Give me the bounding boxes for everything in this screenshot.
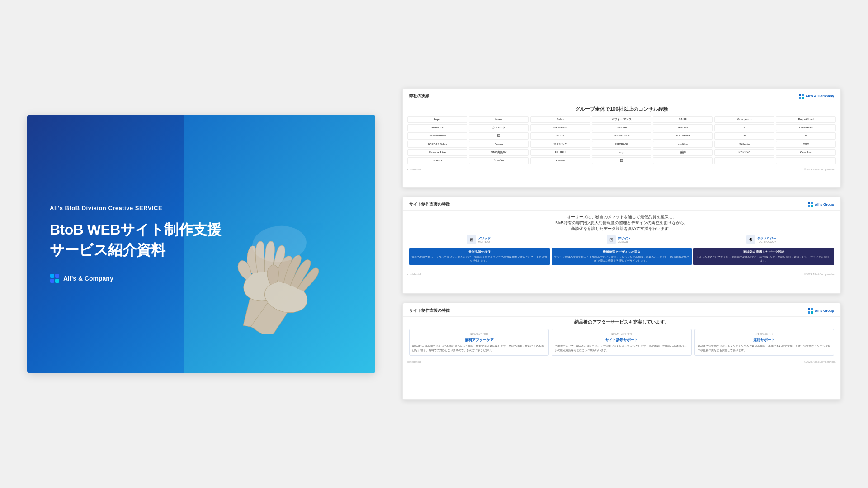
slide1-logo-icon (799, 94, 804, 99)
logo-cell-text: 🔲 (497, 134, 500, 137)
logo-grid: ReprofreeeGalexパフォー マンスSAIRUGoodpatchPro… (403, 114, 840, 167)
logo-cell: Galex (530, 116, 590, 123)
slide2-icons-row: ⊞ メソッド METHOD ⊡ デザイン DESIGN ⚙ テクノロジー TEC… (409, 235, 834, 244)
slide3-section-label: サイト制作支援の特徴 (409, 308, 450, 314)
main-slide-title-line2: サービス紹介資料 (50, 242, 165, 258)
logo-cell-text: FORCAS Sales (428, 143, 447, 146)
logo-cell: ㎡ (714, 124, 774, 131)
slide3-column: ご要望に応じて 運用サポート 納品後の定常的なサポートメンテナンスをご希望の場合… (694, 329, 834, 356)
slide3-col-body: ご要望に応じて、納品3ヶ月目にサイトの定性・定量レポーティングします。その内容、… (555, 344, 688, 352)
logo-cell-text: カ〜マーケ (492, 126, 505, 129)
slide2-card-item: 最低品質の担保 過去の支援で培ったノウハウやメソッドをもとに、支援やクリエイティ… (409, 248, 550, 265)
logo-cell-text: freee (495, 118, 502, 121)
handshake-image-area (184, 115, 376, 373)
logo-cell: KOKUYO (714, 149, 774, 156)
slide2-card-body: ブランド領域の支援で培った最先端のデザイン手法・トレンドなどの知識・経験をベース… (553, 256, 690, 263)
slide1-header: 弊社の実績 All's & Company (403, 89, 840, 102)
slide2-icon-label-group: メソッド METHOD (478, 236, 491, 243)
logo-cell: any. (592, 149, 652, 156)
svg-rect-11 (808, 202, 810, 204)
slide2-footer: confidential ©2024 All's&Company,Inc. (403, 272, 840, 277)
logo-cell: 🔲 (592, 157, 652, 164)
slide2-icon-box: ⚙ (746, 235, 755, 244)
svg-rect-14 (811, 205, 813, 207)
logo-cell-text: Repro (434, 118, 441, 121)
slide3-logo: All's Group (808, 308, 834, 314)
logo-cell (776, 157, 836, 164)
logo-cell-text: any. (619, 151, 624, 154)
slide2-card[interactable]: サイト制作支援の特徴 All's Group オーリーズは、独自のメソッドを通し… (402, 197, 841, 294)
slide2-logo-icon (808, 202, 813, 207)
logo-cell (714, 157, 774, 164)
logo-cell: Reserve Line (407, 149, 467, 156)
slide2-card-title: 商談化を意識したデータ設計 (695, 250, 832, 254)
logo-cell: freee (469, 116, 529, 123)
slide2-icon-label: テクノロジー (757, 236, 776, 240)
logo-cell: TOKYO GAS (592, 132, 652, 139)
logo-cell: Repro (407, 116, 467, 123)
slide2-cards-row: 最低品質の担保 過去の支援で培ったノウハウやメソッドをもとに、支援やクリエイティ… (409, 248, 834, 265)
logo-cell-text: Holmes (678, 126, 688, 129)
slide1-card[interactable]: 弊社の実績 All's & Company グループ全体で100社以上のコンサル… (402, 88, 841, 188)
slide3-columns: 納品後1ヶ月間 無料アフターケア 納品後1ヶ月の間にサイトに不備が見つかった場合… (409, 329, 834, 356)
logo-cell: CGC (776, 141, 836, 148)
svg-rect-9 (799, 97, 801, 99)
logo-cell-text: ULU·RU (555, 151, 566, 154)
slide3-header: サイト制作支援の特徴 All's Group (403, 303, 840, 317)
svg-rect-15 (808, 308, 810, 310)
slide2-icon-box: ⊞ (467, 235, 476, 244)
logo-cell-text: 醉醉 (680, 151, 686, 154)
logo-cell-text: MGRe (556, 134, 564, 137)
slide3-footer: confidential ©2024 All's&Company,Inc. (403, 359, 840, 365)
slide3-footer-right: ©2024 All's&Company,Inc. (804, 361, 836, 363)
logo-cell: ULU·RU (530, 149, 590, 156)
slide2-section-label: サイト制作支援の特徴 (409, 202, 450, 207)
svg-rect-17 (808, 311, 810, 314)
logo-cell-text: LINPRESS (799, 126, 813, 129)
slide2-icon-label: メソッド (478, 236, 491, 240)
logo-cell: 🔲 (469, 132, 529, 139)
logo-cell-text: サクリング (553, 143, 567, 146)
slide2-icon-sublabel: DESIGN (618, 240, 630, 243)
logo-cell-text: ÖDMÖN (494, 159, 504, 162)
logo-cell: Skilnote (714, 141, 774, 148)
slide2-icon-sublabel: TECHNOLOGY (757, 240, 776, 243)
logo-cell: パフォー マンス (592, 116, 652, 123)
slide3-col-body: 納品後の定常的なサポートメンテナンスをご希望の場合、条件にあわせて支援します。定… (698, 344, 831, 352)
slide2-header-left: サイト制作支援の特徴 (409, 202, 450, 207)
logo-cell: YOUTRUST (653, 132, 713, 139)
logo-cell-text: Reserve Line (429, 151, 446, 154)
logo-cell-text: ㎡ (743, 126, 746, 129)
svg-rect-1 (55, 274, 59, 278)
slide3-col-header: 納品後1ヶ月間 (412, 332, 546, 336)
main-slide: All's BtoB Division Creative SERVICE Bto… (27, 115, 375, 373)
logo-cell-text: SOICO (433, 159, 442, 162)
logo-cell: GMO商談DX (469, 149, 529, 156)
slide3-card[interactable]: サイト制作支援の特徴 All's Group 納品後のアフターサービスも充実して… (402, 303, 841, 400)
slide2-icon-item: ⚙ テクノロジー TECHNOLOGY (746, 235, 776, 244)
slide3-col-title: 無料アフターケア (412, 338, 546, 343)
logo-cell: カ〜マーケ (469, 124, 529, 131)
slide3-col-header: 納品から3ヶ月後 (555, 332, 688, 336)
logo-cell-text: hacamous (553, 126, 567, 129)
main-slide-title-line1: BtoB WEBサイト制作支援 (50, 221, 221, 238)
slide2-card-item: 情報整理とデザインの両立 ブランド領域の支援で培った最先端のデザイン手法・トレン… (552, 248, 692, 265)
logo-cell: Coster (469, 141, 529, 148)
logo-cell-text: Coster (495, 143, 503, 146)
svg-rect-16 (811, 308, 813, 310)
logo-cell-text: Goodpatch (737, 118, 752, 121)
logo-cell-text: multibp (678, 143, 688, 146)
slide3-header-left: サイト制作支援の特徴 (409, 308, 450, 314)
logo-cell: LINPRESS (776, 124, 836, 131)
slide3-column: 納品後1ヶ月間 無料アフターケア 納品後1ヶ月の間にサイトに不備が見つかった場合… (409, 329, 549, 356)
alls-company-logo-icon (50, 273, 60, 283)
slide1-section-label: 弊社の実績 (409, 93, 429, 99)
slide3-column: 納品から3ヶ月後 サイト診断サポート ご要望に応じて、納品3ヶ月目にサイトの定性… (552, 329, 691, 356)
slide1-header-left: 弊社の実績 (409, 93, 429, 99)
svg-rect-13 (808, 205, 810, 207)
slide3-logo-icon (808, 308, 813, 314)
slide3-col-title: サイト診断サポート (555, 338, 688, 343)
logo-cell-text: TOKYO GAS (613, 134, 630, 137)
thumbnails-column: 弊社の実績 All's & Company グループ全体で100社以上のコンサル… (402, 88, 841, 400)
slide2-footer-left: confidential (407, 273, 421, 276)
